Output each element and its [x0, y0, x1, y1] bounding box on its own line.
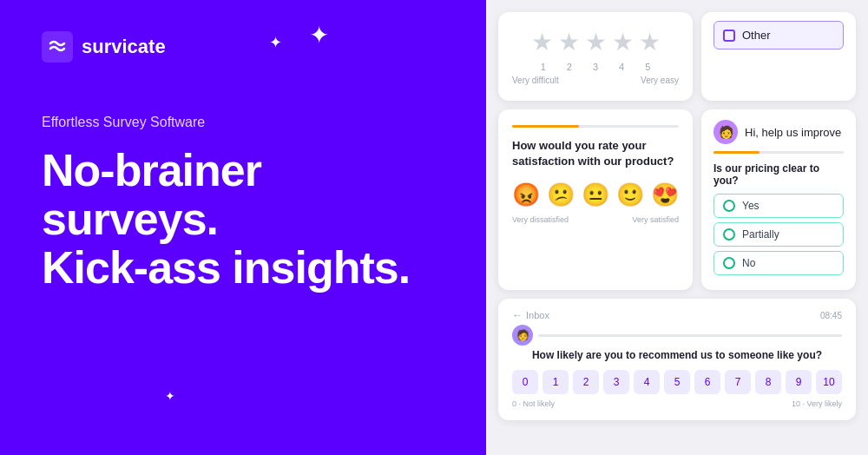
nps-inbox: ← Inbox [512, 309, 549, 321]
card-help-improve: 🧑 Hi, help us improve Is our pricing cle… [701, 109, 856, 290]
nps-num-6[interactable]: 6 [694, 370, 720, 394]
nps-label-right: 10 · Very likely [792, 399, 842, 408]
radio-label-no: No [742, 257, 755, 269]
other-label: Other [742, 29, 771, 42]
star-label-left: Very difficult [512, 76, 559, 85]
emoji-progress-bar [512, 125, 679, 128]
radio-label-partially: Partially [742, 228, 779, 241]
nps-avatar: 🧑 [512, 325, 533, 346]
star-num-1: 1 [541, 62, 546, 72]
emoji-4[interactable]: 🙂 [616, 181, 644, 208]
nps-avatar-row: 🧑 [512, 325, 842, 346]
nps-label-left: 0 · Not likely [512, 399, 555, 408]
nps-num-9[interactable]: 9 [786, 370, 812, 394]
nps-time: 08:45 [820, 311, 842, 320]
card-emoji-satisfaction: How would you rate your satisfaction wit… [498, 109, 693, 290]
star-2[interactable]: ★ [558, 28, 580, 56]
emoji-row: 😡 😕 😐 🙂 😍 [512, 181, 679, 208]
tagline: Effortless Survey Software [42, 115, 444, 130]
nps-inbox-label: Inbox [526, 310, 549, 320]
emoji-progress-fill [512, 125, 579, 128]
logo-text: survicate [82, 36, 166, 58]
help-progress-bar [713, 151, 844, 154]
nps-num-10[interactable]: 10 [816, 370, 842, 394]
logo-area: survicate [42, 31, 444, 63]
nps-numbers: 0 1 2 3 4 5 6 7 8 9 10 [512, 370, 842, 394]
sparkle-icon-large: ✦ [309, 21, 329, 49]
emoji-1[interactable]: 😡 [512, 181, 540, 208]
radio-partially[interactable]: Partially [713, 222, 844, 247]
survicate-logo-icon [42, 31, 73, 63]
help-greeting: Hi, help us improve [745, 126, 841, 139]
emoji-label-left: Very dissatisfied [512, 215, 569, 224]
radio-label-yes: Yes [742, 200, 760, 212]
nps-num-5[interactable]: 5 [664, 370, 690, 394]
card-star-rating: ★ ★ ★ ★ ★ 1 2 3 4 5 Very difficult Very … [498, 12, 693, 101]
nps-scale-labels: 0 · Not likely 10 · Very likely [512, 399, 842, 408]
avatar: 🧑 [713, 120, 738, 144]
nps-question: How likely are you to recommend us to so… [512, 349, 842, 361]
emoji-2[interactable]: 😕 [547, 181, 575, 208]
emoji-labels: Very dissatisfied Very satisfied [512, 215, 679, 224]
star-4[interactable]: ★ [612, 28, 634, 56]
nps-num-2[interactable]: 2 [573, 370, 599, 394]
back-arrow-icon[interactable]: ← [512, 309, 523, 321]
nps-num-8[interactable]: 8 [755, 370, 781, 394]
radio-circle-no [723, 257, 735, 269]
help-header: 🧑 Hi, help us improve [713, 120, 844, 144]
radio-circle-yes [723, 200, 735, 212]
star-numbers: 1 2 3 4 5 [512, 62, 679, 72]
nps-header: ← Inbox 08:45 [512, 309, 842, 321]
radio-circle-partially [723, 228, 735, 241]
emoji-question: How would you rate your satisfaction wit… [512, 138, 679, 169]
star-label-right: Very easy [641, 76, 679, 85]
pricing-question: Is our pricing clear to you? [713, 162, 844, 187]
star-labels: Very difficult Very easy [512, 76, 679, 85]
star-num-5: 5 [645, 62, 650, 72]
left-panel: survicate ✦ ✦ ✦ Effortless Survey Softwa… [0, 0, 486, 455]
headline-line2: Kick-ass insights. [42, 243, 444, 292]
stars-row: ★ ★ ★ ★ ★ [512, 28, 679, 56]
emoji-3[interactable]: 😐 [582, 181, 609, 208]
star-num-2: 2 [567, 62, 572, 72]
star-5[interactable]: ★ [639, 28, 661, 56]
star-num-4: 4 [619, 62, 624, 72]
star-1[interactable]: ★ [531, 28, 553, 56]
star-num-3: 3 [593, 62, 598, 72]
nps-num-3[interactable]: 3 [603, 370, 629, 394]
other-option[interactable]: Other [713, 21, 844, 49]
radio-no[interactable]: No [713, 251, 844, 275]
card-other: Other [701, 12, 856, 101]
nps-num-4[interactable]: 4 [634, 370, 660, 394]
sparkle-icon-bottom: ✦ [165, 389, 175, 403]
help-progress-fill [713, 151, 760, 154]
star-3[interactable]: ★ [585, 28, 607, 56]
emoji-5[interactable]: 😍 [651, 181, 679, 208]
right-panel: ★ ★ ★ ★ ★ 1 2 3 4 5 Very difficult Very … [486, 0, 868, 455]
sparkle-icon-small: ✦ [269, 33, 282, 52]
emoji-label-right: Very satisfied [632, 215, 679, 224]
nps-msg-line [538, 334, 842, 337]
nps-num-1[interactable]: 1 [542, 370, 569, 394]
headline-line1: No-brainer surveys. [42, 146, 444, 243]
nps-num-0[interactable]: 0 [512, 370, 538, 394]
svg-rect-0 [42, 31, 73, 63]
nps-num-7[interactable]: 7 [725, 370, 751, 394]
other-checkbox[interactable] [723, 30, 735, 42]
card-nps: ← Inbox 08:45 🧑 How likely are you to re… [498, 299, 856, 420]
headline: No-brainer surveys. Kick-ass insights. [42, 146, 444, 292]
radio-yes[interactable]: Yes [713, 194, 844, 218]
